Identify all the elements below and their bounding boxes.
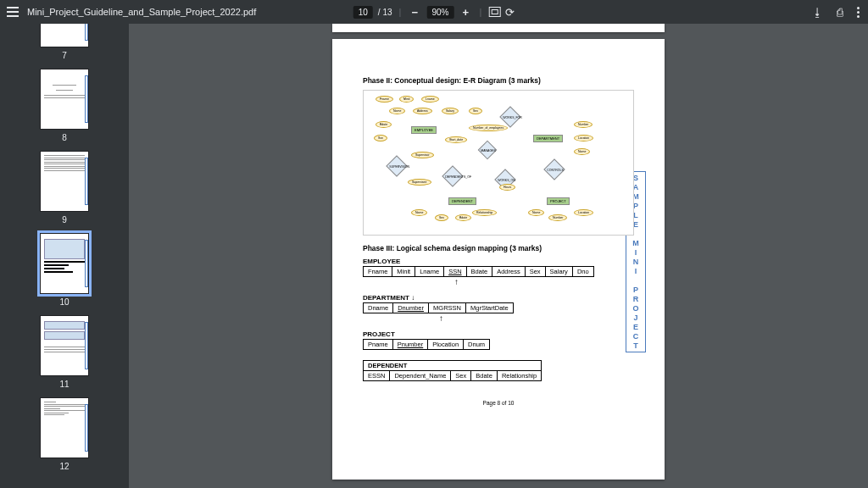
er-attr: Hours	[499, 184, 515, 191]
er-attr: Bdate	[376, 121, 392, 128]
page-number-input[interactable]: 10	[353, 6, 373, 19]
er-attr: Name	[411, 209, 427, 216]
menu-icon[interactable]	[7, 7, 19, 17]
er-attr: Start_date	[445, 136, 467, 143]
page-footer: Page 8 of 10	[363, 400, 634, 406]
thumb-num: 8	[62, 133, 67, 142]
thumb-num: 9	[62, 215, 67, 225]
thumbnail[interactable]: 10	[0, 233, 129, 307]
er-attr: Lname	[421, 96, 439, 103]
er-attr: Sex	[469, 108, 482, 114]
thumbnail[interactable]: 11	[0, 315, 129, 389]
er-attr: Salary	[442, 108, 459, 114]
thumbnail[interactable]: 7	[0, 24, 129, 60]
er-attr: Relationship	[472, 209, 497, 216]
er-entity-dependent: DEPENDENT	[448, 197, 476, 205]
zoom-in-button[interactable]: +	[459, 5, 472, 19]
schema-employee-name: EMPLOYEE	[363, 258, 634, 265]
download-icon[interactable]: ⭳	[812, 6, 823, 19]
er-attr: Location	[574, 209, 593, 216]
er-entity-department: DEPARTMENT	[533, 135, 563, 142]
filename: Mini_Project_Guideline_and_Sample_Projec…	[27, 7, 256, 17]
schema-department-name: DEPARTMENT ↓	[363, 294, 634, 302]
divider: |	[399, 7, 402, 17]
thumb-num: 12	[59, 462, 69, 471]
er-attr: Name	[574, 148, 590, 155]
more-icon[interactable]	[857, 7, 860, 18]
pdf-toolbar: Mini_Project_Guideline_and_Sample_Projec…	[0, 0, 868, 24]
thumbnail-sidebar[interactable]: 7 8 9 10 11 12	[0, 24, 129, 488]
fit-page-icon[interactable]	[488, 7, 500, 17]
schema-employee-table: Fname Minit Lname SSN Bdate Address Sex …	[363, 266, 594, 277]
zoom-out-button[interactable]: −	[408, 5, 421, 19]
er-attr: Number_of_employees	[469, 125, 508, 131]
rotate-icon[interactable]: ⟳	[505, 6, 515, 19]
thumb-num: 11	[59, 380, 69, 389]
schema-dependent-table: DEPENDENT ESSN Dependent_Name Sex Bdate …	[363, 360, 542, 381]
er-rel-controls: CONTROLS	[543, 158, 565, 180]
er-diagram: EMPLOYEE DEPARTMENT PROJECT DEPENDENT WO…	[363, 90, 634, 236]
er-attr: Fname	[376, 96, 393, 103]
phase2-heading: Phase II: Conceptual design: E-R Diagram…	[363, 76, 634, 85]
prev-page-edge	[332, 24, 665, 32]
thumbnail[interactable]: 9	[0, 151, 129, 225]
er-attr: Supervisor	[411, 152, 434, 158]
thumb-num: 10	[59, 297, 69, 307]
thumbnail[interactable]: 8	[0, 69, 129, 142]
thumbnail[interactable]: 12	[0, 397, 129, 471]
er-attr: Bdate	[455, 214, 471, 221]
page-viewport[interactable]: SAMPLE MINI PROJECT Phase II: Conceptual…	[129, 24, 868, 488]
er-attr: Address	[413, 108, 432, 114]
er-attr: Supervisee	[408, 179, 431, 186]
er-attr: Ssn	[374, 135, 387, 141]
pdf-page: SAMPLE MINI PROJECT Phase II: Conceptual…	[332, 39, 665, 480]
er-attr: Name	[389, 108, 405, 114]
er-attr: Number	[574, 121, 593, 128]
schema-project-name: PROJECT	[363, 330, 634, 338]
page-total: / 13	[378, 8, 392, 17]
divider: |	[479, 7, 481, 17]
er-rel-dependents-of: DEPENDENTS_OF	[442, 165, 463, 186]
schema-project-table: Pname Pnumber Plocation Dnum	[363, 339, 490, 350]
er-attr: Location	[574, 135, 593, 141]
print-icon[interactable]: ⎙	[837, 6, 843, 19]
er-rel-supervision: SUPERVISION	[386, 155, 407, 176]
er-attr: Minit	[399, 96, 414, 103]
er-entity-project: PROJECT	[547, 197, 570, 205]
er-entity-employee: EMPLOYEE	[411, 126, 437, 134]
schema-department-table: Dname Dnumber MGRSSN MgrStartDate	[363, 302, 514, 313]
zoom-level[interactable]: 90%	[426, 6, 453, 19]
er-rel-manages: MANAGES	[478, 141, 498, 160]
er-rel-works-for: WORKS_FOR	[499, 106, 520, 127]
er-attr: Name	[528, 209, 544, 216]
thumb-num: 7	[62, 51, 67, 60]
er-attr: Sex	[435, 214, 448, 221]
phase3-heading: Phase III: Logical schema design mapping…	[363, 244, 634, 252]
er-attr: Number	[548, 214, 567, 221]
